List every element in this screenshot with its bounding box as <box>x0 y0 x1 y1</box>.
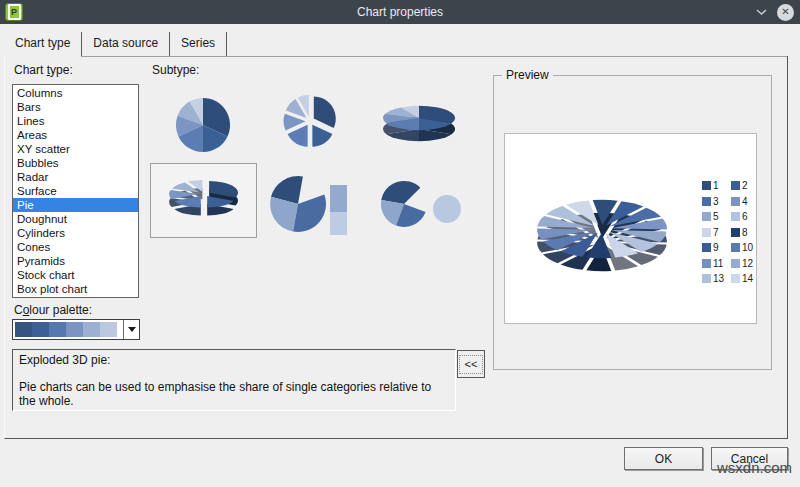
app-icon-letter: P <box>8 4 21 20</box>
legend-label: 2 <box>742 180 748 191</box>
pie-and-bar-icon <box>257 163 364 238</box>
chart-type-option[interactable]: Surface <box>13 184 138 198</box>
legend-swatch-icon <box>702 243 711 252</box>
legend-item: 13 <box>702 271 731 287</box>
palette-swatch <box>66 322 83 337</box>
tab-data-source[interactable]: Data source <box>82 32 170 56</box>
chart-type-option[interactable]: Cylinders <box>13 226 138 240</box>
chart-type-option[interactable]: Stock chart <box>13 268 138 282</box>
triangle-down-icon <box>128 327 136 332</box>
titlebar[interactable]: P Chart properties ✕ <box>0 0 800 24</box>
exploded-3d-pie-icon <box>151 164 258 239</box>
legend-swatch-icon <box>702 228 711 237</box>
chevron-down-icon[interactable] <box>755 8 768 16</box>
legend-item: 5 <box>702 209 731 225</box>
preview-group-label: Preview <box>502 68 553 82</box>
legend-swatch-icon <box>731 259 740 268</box>
chart-type-option[interactable]: Bars <box>13 100 138 114</box>
legend-swatch-icon <box>731 228 740 237</box>
subtype-option-exploded-pie[interactable] <box>257 88 364 163</box>
exploded-pie-icon <box>257 88 364 163</box>
legend-label: 1 <box>713 180 719 191</box>
chart-type-list[interactable]: ColumnsBarsLinesAreasXY scatterBubblesRa… <box>12 84 139 298</box>
chart-type-option[interactable]: Radar <box>13 170 138 184</box>
palette-swatch <box>15 322 32 337</box>
legend-swatch-icon <box>702 197 711 206</box>
chart-type-option[interactable]: Pie <box>13 198 138 212</box>
chart-type-option[interactable]: Pyramids <box>13 254 138 268</box>
palette-swatch <box>83 322 100 337</box>
preview-legend: 1234567891011121314 <box>702 178 760 287</box>
3d-pie-icon <box>364 88 471 163</box>
legend-swatch-icon <box>702 181 711 190</box>
legend-label: 14 <box>742 273 753 284</box>
legend-label: 9 <box>713 242 719 253</box>
legend-item: 14 <box>731 271 760 287</box>
subtype-description: Exploded 3D pie: Pie charts can be used … <box>12 349 456 411</box>
chart-type-option[interactable]: XY scatter <box>13 142 138 156</box>
chart-type-option[interactable]: Box plot chart <box>13 282 138 296</box>
chart-properties-dialog: P Chart properties ✕ Chart type Data sou… <box>0 0 800 487</box>
tab-bar: Chart type Data source Series <box>4 32 788 57</box>
legend-swatch-icon <box>702 274 711 283</box>
legend-swatch-icon <box>702 212 711 221</box>
pie-icon <box>150 88 257 163</box>
palette-swatches <box>13 320 123 339</box>
legend-label: 6 <box>742 211 748 222</box>
subtype-description-body: Pie charts can be used to emphasise the … <box>19 380 449 408</box>
legend-label: 3 <box>713 196 719 207</box>
legend-item: 12 <box>731 256 760 272</box>
watermark: wsxdn.com <box>696 459 792 476</box>
subtype-option-pie-and-bar[interactable] <box>257 163 364 238</box>
legend-label: 13 <box>713 273 724 284</box>
palette-swatch <box>100 322 117 337</box>
subtype-option-pie-and-pie[interactable] <box>364 163 471 238</box>
legend-item: 8 <box>731 225 760 241</box>
subtype-description-title: Exploded 3D pie: <box>19 353 449 367</box>
legend-swatch-icon <box>731 243 740 252</box>
colour-palette-dropdown[interactable] <box>12 319 140 340</box>
subtype-option-pie[interactable] <box>150 88 257 163</box>
collapse-button[interactable]: << <box>457 350 485 378</box>
subtype-label: Subtype: <box>152 63 199 77</box>
palette-swatch <box>49 322 66 337</box>
legend-label: 11 <box>713 258 723 269</box>
legend-label: 12 <box>742 258 753 269</box>
legend-label: 7 <box>713 227 719 238</box>
legend-swatch-icon <box>731 181 740 190</box>
pie-and-pie-icon <box>364 163 471 238</box>
ok-button[interactable]: OK <box>624 447 703 470</box>
legend-item: 4 <box>731 194 760 210</box>
legend-label: 5 <box>713 211 719 222</box>
chart-type-label: Chart type: <box>14 63 73 77</box>
tab-series[interactable]: Series <box>170 32 227 56</box>
legend-swatch-icon <box>702 259 711 268</box>
chart-type-option[interactable]: Areas <box>13 128 138 142</box>
subtype-grid <box>150 88 471 238</box>
legend-item: 2 <box>731 178 760 194</box>
subtype-option-3d-pie[interactable] <box>364 88 471 163</box>
legend-swatch-icon <box>731 197 740 206</box>
legend-item: 1 <box>702 178 731 194</box>
legend-swatch-icon <box>731 212 740 221</box>
chart-type-option[interactable]: Bubbles <box>13 156 138 170</box>
subtype-option-exploded-3d-pie[interactable] <box>150 163 257 238</box>
app-icon: P <box>5 3 23 21</box>
window-title: Chart properties <box>0 5 800 19</box>
close-button[interactable]: ✕ <box>777 4 794 21</box>
preview-group: Preview 1234567891011121314 <box>493 75 772 370</box>
legend-swatch-icon <box>731 274 740 283</box>
tab-chart-type[interactable]: Chart type <box>4 32 82 56</box>
chart-type-option[interactable]: Lines <box>13 114 138 128</box>
legend-label: 8 <box>742 227 748 238</box>
legend-item: 9 <box>702 240 731 256</box>
chart-type-option[interactable]: Columns <box>13 86 138 100</box>
colour-palette-label: Colour palette: <box>14 303 92 317</box>
chart-type-option[interactable]: Doughnut <box>13 212 138 226</box>
legend-label: 10 <box>742 242 753 253</box>
palette-swatch <box>32 322 49 337</box>
preview-panel: 1234567891011121314 <box>504 133 757 324</box>
legend-item: 7 <box>702 225 731 241</box>
dropdown-arrow-button[interactable] <box>123 320 139 339</box>
chart-type-option[interactable]: Cones <box>13 240 138 254</box>
